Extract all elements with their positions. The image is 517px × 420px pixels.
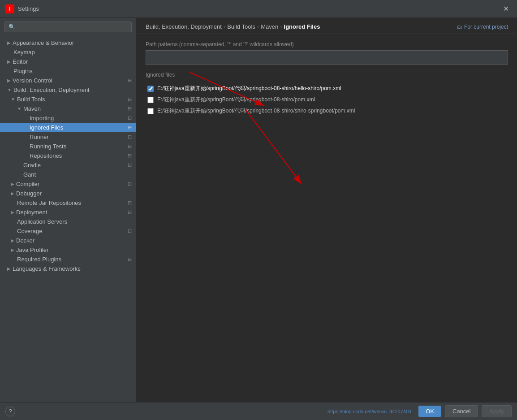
sidebar-item-maven[interactable]: ▼Maven⊟: [0, 104, 136, 113]
breadcrumb-part-0: Build, Execution, Deployment: [146, 23, 222, 30]
copy-icon: ⊟: [128, 78, 132, 83]
arrow-icon: ▼: [11, 97, 15, 102]
help-button[interactable]: ?: [5, 407, 15, 416]
search-input[interactable]: [4, 22, 132, 32]
file-path-2: E:/狂神java重新开始/springBoot/代码/springboot-0…: [157, 107, 355, 115]
file-checkbox-2[interactable]: [147, 108, 154, 114]
copy-icon: ⊟: [128, 96, 132, 102]
sidebar-item-label: Maven: [23, 105, 41, 112]
arrow-icon: ▶: [7, 78, 11, 83]
breadcrumb-separator: ›: [224, 23, 225, 30]
search-box: [0, 18, 136, 36]
main-layout: ▶Appearance & BehaviorKeymap▶EditorPlugi…: [0, 18, 517, 402]
ok-button[interactable]: OK: [418, 406, 441, 417]
breadcrumb-separator: ›: [280, 23, 282, 30]
copy-icon: ⊟: [128, 200, 132, 206]
sidebar-item-label: Coverage: [17, 228, 42, 234]
sidebar-item-running-tests[interactable]: Running Tests⊟: [0, 142, 136, 151]
breadcrumb: Build, Execution, Deployment › Build Too…: [146, 23, 320, 30]
sidebar: ▶Appearance & BehaviorKeymap▶EditorPlugi…: [0, 18, 137, 402]
sidebar-item-label: Gant: [23, 171, 36, 178]
close-button[interactable]: ✕: [500, 4, 512, 14]
arrow-icon: ▶: [7, 59, 11, 64]
sidebar-item-build-tools[interactable]: ▼Build Tools⊟: [0, 95, 136, 104]
sidebar-item-label: Build Tools: [17, 96, 45, 103]
copy-icon: ⊟: [128, 134, 132, 140]
copy-icon: ⊟: [128, 153, 132, 159]
sidebar-item-application-servers[interactable]: Application Servers: [0, 217, 136, 226]
sidebar-item-java-profiler[interactable]: ▶Java Profiler: [0, 245, 136, 255]
sidebar-item-plugins[interactable]: Plugins: [0, 66, 136, 76]
project-icon: 🗂: [457, 24, 462, 30]
sidebar-item-deployment[interactable]: ▶Deployment⊟: [0, 208, 136, 217]
file-path-0: E:/狂神java重新开始/springBoot/代码/springboot-0…: [157, 85, 341, 92]
sidebar-item-label: Application Servers: [17, 218, 67, 225]
url-hint: https://blog.csdn.net/weixin_44207403: [327, 409, 411, 414]
arrow-icon: ▶: [11, 247, 14, 252]
sidebar-item-languages-frameworks[interactable]: ▶Languages & Frameworks: [0, 264, 136, 273]
sidebar-item-importing[interactable]: Importing⊟: [0, 113, 136, 123]
sidebar-item-label: Plugins: [13, 68, 33, 74]
sidebar-item-label: Remote Jar Repositories: [17, 199, 81, 206]
copy-icon: ⊟: [128, 106, 132, 112]
arrow-icon: ▶: [11, 191, 14, 196]
sidebar-item-label: Debugger: [16, 190, 42, 197]
breadcrumb-part-1: Build Tools: [227, 23, 255, 30]
sidebar-item-label: Docker: [16, 237, 34, 244]
file-list: E:/狂神java重新开始/springBoot/代码/springboot-0…: [146, 84, 508, 116]
sidebar-item-label: Repositories: [30, 152, 62, 159]
sidebar-item-debugger[interactable]: ▶Debugger: [0, 189, 136, 198]
arrow-icon: ▶: [7, 40, 11, 45]
sidebar-item-editor[interactable]: ▶Editor: [0, 57, 136, 66]
breadcrumb-part-2: Maven: [261, 23, 278, 30]
ignored-files-label: Ignored files: [146, 72, 508, 80]
arrow-icon: ▶: [11, 238, 14, 243]
apply-button[interactable]: Apply: [482, 405, 512, 417]
cancel-button[interactable]: Cancel: [445, 405, 478, 417]
path-patterns-label: Path patterns (comma-separated, '*' and …: [146, 41, 508, 48]
app-icon: I: [5, 4, 14, 13]
sidebar-item-coverage[interactable]: Coverage⊟: [0, 226, 136, 236]
bottom-left: ?: [5, 407, 15, 416]
sidebar-item-docker[interactable]: ▶Docker: [0, 236, 136, 245]
arrow-icon: ▶: [7, 266, 11, 271]
sidebar-item-keymap[interactable]: Keymap: [0, 48, 136, 57]
window-title: Settings: [18, 5, 500, 12]
sidebar-item-version-control[interactable]: ▶Version Control⊟: [0, 76, 136, 85]
sidebar-item-compiler[interactable]: ▶Compiler⊟: [0, 179, 136, 189]
breadcrumb-part-3: Ignored Files: [284, 23, 320, 30]
sidebar-item-label: Keymap: [13, 49, 35, 56]
sidebar-item-label: Java Profiler: [16, 247, 48, 253]
copy-icon: ⊟: [128, 115, 132, 121]
arrow-icon: ▼: [17, 106, 22, 111]
file-checkbox-1[interactable]: [147, 97, 154, 103]
sidebar-item-required-plugins[interactable]: Required Plugins⊟: [0, 255, 136, 264]
sidebar-item-label: Appearance & Behavior: [13, 39, 74, 46]
file-item-2: E:/狂神java重新开始/springBoot/代码/springboot-0…: [146, 106, 508, 116]
sidebar-item-gant[interactable]: Gant: [0, 170, 136, 179]
file-path-1: E:/狂神java重新开始/springBoot/代码/springboot-0…: [157, 96, 315, 104]
bottom-bar: ? https://blog.csdn.net/weixin_44207403 …: [0, 402, 517, 420]
sidebar-item-label: Required Plugins: [17, 256, 61, 263]
file-item-0: E:/狂神java重新开始/springBoot/代码/springboot-0…: [146, 84, 508, 93]
copy-icon: ⊟: [128, 143, 132, 149]
sidebar-item-label: Running Tests: [30, 143, 66, 150]
path-patterns-input[interactable]: [146, 50, 508, 65]
sidebar-item-label: Deployment: [16, 209, 47, 216]
sidebar-item-repositories[interactable]: Repositories⊟: [0, 151, 136, 160]
svg-text:I: I: [9, 6, 11, 13]
sidebar-item-build-execution[interactable]: ▼Build, Execution, Deployment: [0, 85, 136, 95]
sidebar-item-label: Ignored Files: [30, 124, 63, 131]
titlebar: I Settings ✕: [0, 0, 517, 18]
file-checkbox-0[interactable]: [147, 86, 154, 92]
sidebar-item-label: Gradle: [23, 162, 41, 169]
sidebar-item-remote-jar[interactable]: Remote Jar Repositories⊟: [0, 198, 136, 208]
content-panel: Path patterns (comma-separated, '*' and …: [137, 34, 517, 402]
breadcrumb-bar: Build, Execution, Deployment › Build Too…: [137, 18, 517, 34]
sidebar-item-runner[interactable]: Runner⊟: [0, 132, 136, 142]
sidebar-item-gradle[interactable]: Gradle⊟: [0, 160, 136, 170]
sidebar-item-ignored-files[interactable]: Ignored Files⊟: [0, 123, 136, 132]
sidebar-item-label: Build, Execution, Deployment: [13, 87, 90, 93]
bottom-right: https://blog.csdn.net/weixin_44207403 OK…: [327, 405, 512, 417]
sidebar-item-appearance[interactable]: ▶Appearance & Behavior: [0, 38, 136, 48]
